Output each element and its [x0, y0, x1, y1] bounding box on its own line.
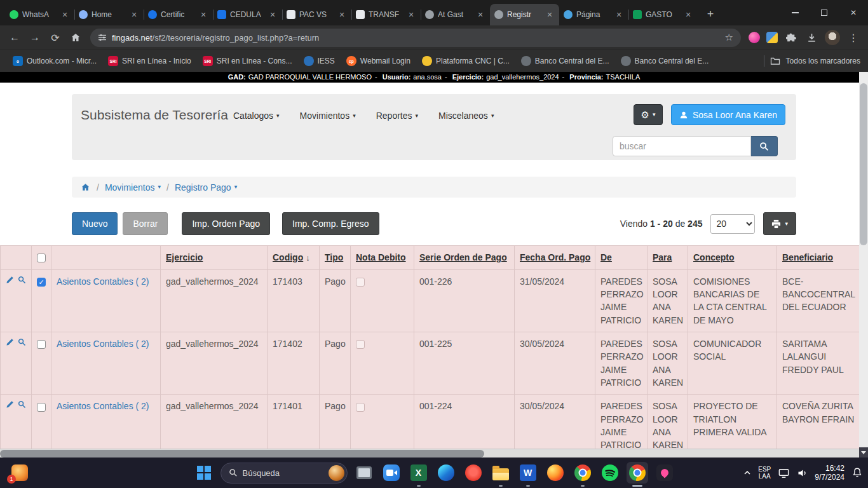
all-bookmarks-button[interactable]: Todos los marcadores [786, 57, 860, 65]
clock[interactable]: 16:429/7/2024 [815, 464, 844, 482]
column-header[interactable]: Fecha Ord. Pago [515, 246, 595, 270]
select-all-checkbox[interactable] [37, 254, 46, 262]
browser-tab[interactable]: Página ✕ [559, 4, 628, 25]
forward-button[interactable]: → [25, 28, 44, 47]
browser-tab[interactable]: PAC VS ✕ [282, 4, 351, 25]
column-header[interactable]: De [595, 246, 648, 270]
tab-close-icon[interactable]: ✕ [614, 10, 624, 20]
browser-tab[interactable]: Home ✕ [74, 4, 144, 25]
column-header[interactable]: Beneficiario [777, 246, 868, 270]
taskbar-app-chrome-active[interactable] [627, 462, 648, 484]
bookmark-item[interactable]: Banco Central del E... [516, 54, 614, 68]
search-button[interactable] [751, 136, 778, 156]
column-header[interactable]: Ejercicio [161, 246, 268, 270]
view-search-icon[interactable] [18, 337, 26, 347]
scroll-down-button[interactable] [859, 447, 868, 458]
menu-item[interactable]: Miscelaneos▾ [438, 111, 494, 121]
widgets-button[interactable]: 1 [11, 464, 28, 481]
taskbar-app-camera[interactable] [381, 462, 402, 484]
taskbar-app-firefox[interactable] [545, 462, 566, 484]
tab-close-icon[interactable]: ✕ [406, 10, 416, 20]
close-window-button[interactable]: ✕ [839, 0, 868, 25]
network-icon[interactable] [778, 467, 790, 479]
column-header[interactable]: Para [648, 246, 688, 270]
bookmark-item[interactable]: Banco Central del E... [616, 54, 714, 68]
volume-icon[interactable] [797, 468, 808, 478]
column-header[interactable]: Codigo↓ [268, 246, 320, 270]
tab-close-icon[interactable]: ✕ [268, 10, 278, 20]
breadcrumb-link[interactable]: Movimientos▾ [105, 182, 161, 193]
borrar-button[interactable]: Borrar [123, 212, 168, 235]
taskbar-app-spotify[interactable] [599, 462, 621, 484]
maximize-button[interactable] [810, 0, 839, 25]
browser-home-button[interactable] [66, 28, 85, 47]
column-header[interactable]: Nota Debito [351, 246, 414, 270]
taskbar-search[interactable]: Búsqueda [220, 463, 348, 484]
edit-icon[interactable] [6, 337, 14, 347]
browser-tab[interactable]: WhatsA ✕ [5, 4, 74, 25]
taskbar-app-chrome[interactable] [572, 462, 593, 484]
taskbar-app-excel[interactable]: X [408, 462, 430, 484]
notifications-bell-icon[interactable] [851, 467, 863, 478]
taskbar-app-file-explorer[interactable] [490, 462, 512, 484]
horizontal-scrollbar-thumb[interactable] [0, 450, 484, 458]
menu-item[interactable]: Movimientos▾ [300, 111, 356, 121]
tray-chevron-up-icon[interactable] [743, 469, 751, 477]
menu-item[interactable]: Reportes▾ [376, 111, 418, 121]
extension-icon[interactable] [766, 32, 778, 43]
bookmark-item[interactable]: SRI SRI en Línea - Inicio [103, 54, 196, 68]
imp-orden-pago-button[interactable]: Imp. Orden Pago [182, 212, 270, 235]
browser-tab[interactable]: CEDULA ✕ [213, 4, 282, 25]
view-search-icon[interactable] [18, 400, 26, 409]
view-search-icon[interactable] [18, 275, 26, 285]
browser-tab[interactable]: Registr ✕ [490, 4, 559, 25]
taskbar-app-paint[interactable] [654, 462, 675, 484]
bookmark-item[interactable]: o Outlook.com - Micr... [8, 54, 102, 68]
search-input[interactable] [613, 136, 751, 156]
back-button[interactable]: ← [5, 28, 24, 47]
taskbar-app-desktop[interactable] [353, 462, 375, 484]
vertical-scrollbar[interactable] [859, 72, 868, 458]
browser-tab[interactable]: GASTO ✕ [628, 4, 698, 25]
asientos-contables-link[interactable]: Asientos Contables ( 2) [57, 401, 149, 411]
edit-icon[interactable] [6, 400, 14, 409]
asientos-contables-link[interactable]: Asientos Contables ( 2) [57, 339, 149, 349]
print-button[interactable]: ▾ [763, 212, 796, 235]
page-size-select[interactable]: 20 [710, 214, 755, 234]
row-checkbox[interactable] [37, 278, 46, 287]
menu-item[interactable]: Catalogos▾ [233, 111, 280, 121]
asientos-contables-link[interactable]: Asientos Contables ( 2) [57, 276, 149, 287]
tab-close-icon[interactable]: ✕ [60, 10, 70, 20]
new-tab-button[interactable]: + [702, 5, 719, 23]
extensions-puzzle-icon[interactable] [782, 28, 801, 47]
reload-button[interactable]: ⟳ [46, 28, 65, 47]
bookmark-item[interactable]: IESS [299, 54, 340, 68]
start-button[interactable] [193, 462, 215, 484]
browser-tab[interactable]: At Gast ✕ [421, 4, 490, 25]
vertical-scrollbar-thumb[interactable] [860, 83, 867, 245]
profile-avatar[interactable] [825, 30, 840, 45]
browser-tab[interactable]: Certific ✕ [144, 4, 213, 25]
bookmark-item[interactable]: SRI SRI en Línea - Cons... [198, 54, 297, 68]
column-header[interactable]: Tipo [320, 246, 351, 270]
settings-gear-button[interactable]: ⚙ ▾ [634, 104, 663, 125]
tab-close-icon[interactable]: ✕ [683, 10, 693, 20]
imp-comp-egreso-button[interactable]: Imp. Comp. Egreso [282, 212, 379, 235]
nuevo-button[interactable]: Nuevo [72, 212, 118, 235]
column-header[interactable]: Serie Orden de Pago [414, 246, 515, 270]
breadcrumb-link[interactable]: Registro Pago▾ [175, 182, 237, 193]
horizontal-scrollbar[interactable] [0, 449, 859, 458]
column-header[interactable]: Concepto [688, 246, 777, 270]
taskbar-app-edge[interactable] [435, 462, 457, 484]
minimize-button[interactable] [780, 0, 810, 25]
edit-icon[interactable] [6, 275, 14, 285]
row-checkbox[interactable] [37, 340, 46, 349]
bookmark-item[interactable]: cp Webmail Login [341, 54, 416, 68]
address-bar[interactable]: fingads.net/sf2/tesoreria/registro_pago_… [90, 29, 741, 47]
language-indicator[interactable]: ESPLAA [758, 466, 771, 480]
user-button[interactable]: Sosa Loor Ana Karen [671, 104, 785, 125]
tab-close-icon[interactable]: ✕ [545, 10, 555, 20]
bookmark-star-icon[interactable]: ☆ [725, 32, 733, 43]
browser-tab[interactable]: TRANSF ✕ [351, 4, 421, 25]
tab-close-icon[interactable]: ✕ [337, 10, 347, 20]
